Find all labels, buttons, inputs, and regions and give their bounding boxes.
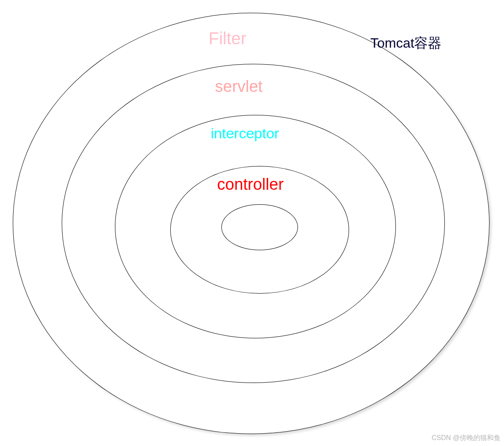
ellipse-core <box>221 204 298 250</box>
label-servlet: servlet <box>215 77 263 96</box>
label-controller: controller <box>217 175 284 194</box>
label-interceptor: interceptor <box>211 125 279 142</box>
concentric-diagram: Filter Tomcat容器 servlet interceptor cont… <box>0 0 504 446</box>
label-tomcat-container: Tomcat容器 <box>370 34 441 53</box>
watermark-text: CSDN @傍晚的猫和鱼 <box>432 434 501 443</box>
label-filter: Filter <box>209 29 246 48</box>
